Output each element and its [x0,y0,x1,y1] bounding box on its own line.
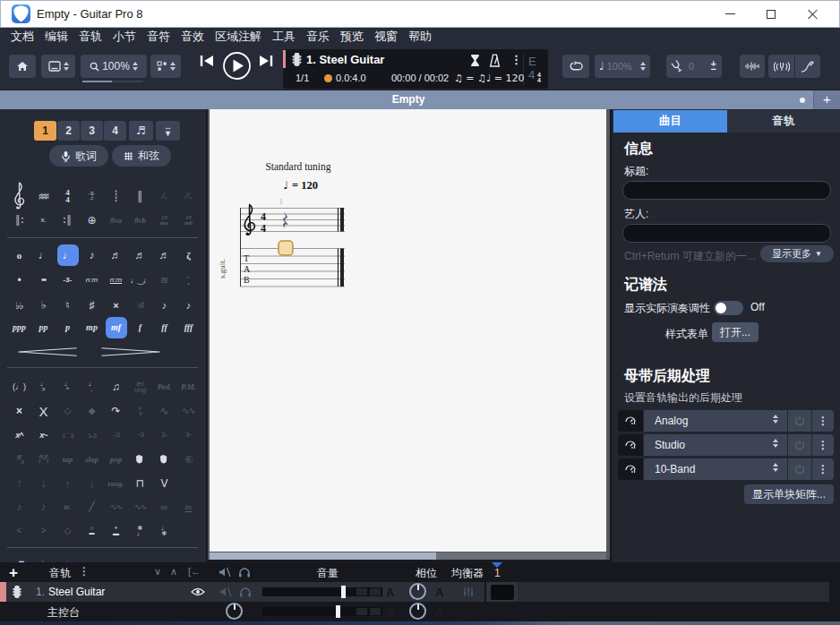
menu-item-10[interactable]: 预览 [340,29,364,45]
dynamic-mp-icon[interactable]: mp [80,316,104,339]
master-volume-fader[interactable] [262,607,382,616]
harmonic-star-up-icon[interactable]: ✻ ♩ [128,519,152,543]
master-pan-autom[interactable]: A [435,605,443,619]
palm-mute-icon[interactable]: P.M. [176,375,201,398]
bend-release-icon[interactable]: x ∨ [128,399,152,423]
lyrics-button[interactable]: 歌词 [49,145,108,167]
vibrato-accent-icon[interactable]: ∿∿ [128,495,152,518]
heavy-accent-icon[interactable]: ♩ ^ [56,375,80,398]
dynamic-ff-icon[interactable]: ff [152,316,176,339]
track-volume-fader[interactable] [262,587,382,596]
dynamic-fff-icon[interactable]: fff [176,316,201,339]
whammy-b-icon[interactable]: ∞ [176,495,201,518]
pan-automation[interactable]: A [435,586,443,599]
effect-menu-kebab[interactable]: ⋮ [812,434,834,456]
track-menu-kebab[interactable]: ⋮ [510,53,522,66]
sixteenth-note-icon[interactable]: ♬ [104,244,128,267]
pinch-harmonic-icon[interactable]: ◆ [80,399,104,423]
slide-up-x-icon[interactable]: x^ [7,424,31,447]
crescendo-icon[interactable] [9,340,85,364]
key-signature-icon[interactable]: ♯♯♯ [31,184,56,208]
open-stylesheet-button[interactable]: 打开... [712,322,759,342]
effect-select[interactable]: Analog [644,410,787,432]
grace-before-beat-icon[interactable]: ♪ [152,294,176,317]
menu-item-12[interactable]: 帮助 [408,29,432,45]
decrescendo-icon[interactable] [92,340,168,364]
new-tab-button[interactable]: + [813,90,840,109]
solo-all-icon[interactable] [238,567,251,578]
zoom-slider[interactable] [82,81,143,82]
staccato-icon[interactable]: ♩ . [80,375,104,398]
quarter-rest-icon[interactable]: ζ [176,244,201,267]
title-input[interactable] [622,181,831,200]
score-scrollbar[interactable] [210,552,606,560]
measure-cell[interactable] [486,582,518,602]
effect-select[interactable]: 10-Band [644,458,787,480]
collapse-icon[interactable]: ∨ [154,566,161,578]
tuplet-feel-icon[interactable]: -3- ♫ [80,184,104,208]
vibrato-slight-icon[interactable]: ∿∿ [104,495,128,518]
hammer-pull-icon[interactable]: H/P 1⌒3 [31,448,56,471]
voice-2-button[interactable]: 2 [57,121,80,141]
current-track-name[interactable]: 1. Steel Guitar [306,53,384,66]
grace-note-b-icon[interactable]: ♪ [31,495,56,518]
master-knob-1[interactable] [226,603,243,620]
slide-in-above-icon[interactable]: ~3 [128,424,152,447]
natural-icon[interactable]: ♮ [56,294,80,317]
dead-note-x-icon[interactable]: X [31,399,56,423]
harmonic-star-down-icon[interactable]: ♩ ✻ [152,519,176,543]
effect-power-button[interactable] [788,434,811,456]
flat-sharp-icon[interactable]: ♭♯ [128,294,152,317]
maximize-button[interactable] [750,0,792,28]
tab-song[interactable]: 曲目 [613,110,727,133]
voice-3-button[interactable]: 3 [81,121,103,141]
menu-item-2[interactable]: 编辑 [45,29,68,45]
effect-select[interactable]: Studio [644,434,787,456]
dashed-barline-icon[interactable]: ┊ [104,184,128,208]
golpe-icon[interactable]: ○ ▬ [80,519,104,543]
menu-item-7[interactable]: 区域注解 [215,29,261,45]
fade-in-icon[interactable]: ▄▆ [7,551,31,562]
expand-icon[interactable]: ∧ [170,566,177,578]
metronome-icon[interactable] [489,54,501,67]
dynamic-mf-icon[interactable]: mf [106,317,127,338]
layout-selector[interactable] [150,55,181,78]
dynamic-f-icon[interactable]: f [128,316,152,339]
rasgueado-icon[interactable]: rasg. [104,472,128,495]
double-barline-icon[interactable]: ║ [128,184,152,208]
slide-out-up-icon[interactable]: 3~ [176,424,201,447]
master-knob-2[interactable] [409,603,426,620]
double-dot-icon[interactable]: •• [31,269,56,292]
grace-on-beat-icon[interactable]: ♪ [176,294,201,317]
time-signature-icon[interactable]: 4 4 [56,184,80,208]
track-solo-icon[interactable] [239,586,252,597]
note-feel[interactable]: ♫ = ♫ [454,73,486,84]
left-hand-tap-icon[interactable] [128,448,152,471]
string-number-6-icon[interactable]: ⑥ [176,448,201,471]
grace-note-a-icon[interactable]: ♪ [7,495,31,518]
show-matrix-button[interactable]: 显示单块矩阵... [744,484,834,504]
master-volume-autom[interactable]: A [386,605,394,619]
simile-bar-icon[interactable]: x. [31,209,56,232]
transpose-control[interactable]: 0+− [666,55,722,78]
multi-grace-icon[interactable]: ♫ [104,375,128,398]
double-flat-icon[interactable]: ♭♭ [7,294,31,317]
display-mode-selector[interactable] [41,55,75,78]
goto-start-icon[interactable]: [← [188,566,201,577]
show-more-button[interactable]: 显示更多▼ [760,245,834,262]
triplet-icon[interactable]: -3- [56,269,80,292]
whammy-a-icon[interactable]: ∞ [152,495,176,518]
flat-icon[interactable]: ♭ [31,294,56,317]
dynamic-ppp-icon[interactable]: ppp [7,316,31,339]
tab-track[interactable]: 音轨 [727,110,840,133]
countdown-icon[interactable] [469,54,481,67]
ottava-8vb-icon[interactable]: 8vb [128,209,152,232]
repeat-open-icon[interactable]: ║: [7,209,31,232]
menu-item-1[interactable]: 文档 [11,29,34,45]
simile-double-icon[interactable]: //. [176,184,201,208]
legato-slide-icon[interactable]: 1⌒3 [56,424,80,447]
voice-1-button[interactable]: 1 [34,121,56,141]
menu-item-8[interactable]: 工具 [272,29,296,45]
strum-direction-button[interactable]: ↔ ▼ [156,121,180,141]
wide-vibrato-icon[interactable]: ∿∿ [176,399,201,423]
